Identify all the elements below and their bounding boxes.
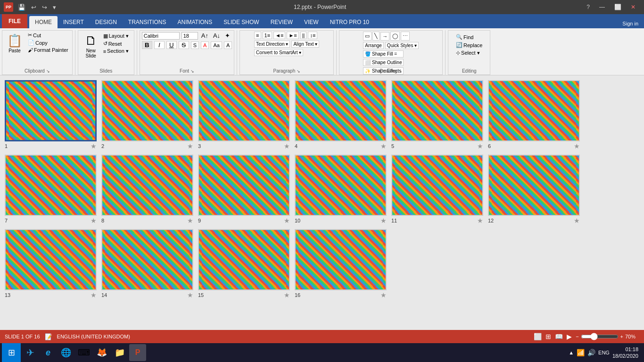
slide-thumb-7[interactable]: 🐦 ◁◁◁ ≡ ◁◁◁ ≡≡ 7◁ 🦆: [5, 155, 97, 216]
tab-design[interactable]: DESIGN: [90, 16, 123, 28]
slide-star-4[interactable]: ★: [380, 142, 387, 150]
reading-view-button[interactable]: 📖: [555, 333, 563, 340]
network-icon[interactable]: 📶: [577, 349, 585, 356]
slide-star-7[interactable]: ★: [91, 217, 97, 224]
font-color-button[interactable]: A: [201, 41, 209, 49]
quick-access-toolbar[interactable]: 💾 ↩ ↪ ▾: [16, 3, 58, 12]
slide-star-11[interactable]: ★: [477, 217, 483, 224]
replace-button[interactable]: 🔄 Replace: [454, 41, 484, 49]
tray-arrow[interactable]: ▲: [569, 350, 574, 355]
taskbar-powerpoint[interactable]: P: [129, 344, 146, 361]
paste-button[interactable]: 📋 Paste: [4, 32, 25, 55]
slide-item-10[interactable]: ⛓⛓⛓⛓⛓⛓⛓ 6 8 8 ■ 10 ★: [295, 155, 387, 224]
slide-thumb-13[interactable]: ↖ ٩ـ٩ـو 🌻🌻🌻🌻🌻🌻: [5, 229, 97, 290]
slide-item-3[interactable]: 🔴🔴🔴 🔴🔴🔴 8 8 ⚫⚫⚫ ⚫⚫⚫ 6 8 3 ★: [198, 80, 290, 150]
taskbar-firefox[interactable]: 🦊: [93, 344, 110, 361]
tab-review[interactable]: REVIEW: [265, 16, 298, 28]
decrease-font-button[interactable]: A↓: [212, 32, 222, 40]
slide-star-12[interactable]: ★: [574, 217, 580, 224]
rect-shape[interactable]: ▭: [363, 32, 372, 41]
columns-button[interactable]: ||: [300, 32, 307, 39]
tab-view[interactable]: VIEW: [298, 16, 324, 28]
quick-styles-button[interactable]: Quick Styles ▾: [385, 42, 419, 49]
bold-button[interactable]: B: [142, 41, 152, 49]
increase-indent-button[interactable]: ►≡: [287, 32, 298, 39]
slide-item-14[interactable]: ZZZZZZZ ▶▶▶▶▶▶▶▶▶ 🐇🐇 14 ★: [101, 229, 193, 299]
taskbar-ie[interactable]: e: [40, 344, 57, 361]
select-button[interactable]: ⊹ Select ▾: [454, 49, 482, 57]
slide-item-11[interactable]: 🌻🌻🌻🌻🌻🌻 ⭕⭕⭕⭕⭕⭕ Arabic text 🌼🌼🌼 🍄🍄🍄🍄: [391, 155, 483, 224]
find-button[interactable]: 🔍 Find: [454, 33, 475, 41]
file-tab[interactable]: FILE: [2, 14, 27, 28]
zoom-in-button[interactable]: +: [620, 334, 623, 339]
tab-slideshow[interactable]: SLIDE SHOW: [218, 16, 264, 28]
numbering-button[interactable]: 1≡: [263, 32, 272, 39]
slide-star-15[interactable]: ★: [284, 291, 290, 299]
slide-item-12[interactable]: 🐛🐛🟢🟢🟢🟢 🔵🔵🔵🔵🔵🔵🔵🔵 12 ★: [488, 155, 580, 224]
new-slide-button[interactable]: 🗋 NewSlide: [82, 32, 100, 60]
slide-thumb-1[interactable]: بسم الله الرحمن الرحيم ← 🐝🌸: [5, 80, 97, 141]
strikethrough-button[interactable]: S: [179, 41, 189, 49]
slide-item-6[interactable]: Arabic text → 5 < 7 /// /// 3 6 ★: [488, 80, 580, 150]
reset-button[interactable]: ↺ Reset: [101, 40, 131, 47]
volume-icon[interactable]: 🔊: [587, 349, 595, 356]
zoom-out-button[interactable]: −: [576, 334, 578, 339]
slide-item-16[interactable]: ٩ ٨ ٧ ٦ ٥ ٤ ٣ ٢ + +: [295, 229, 387, 299]
tab-home[interactable]: HOME: [29, 16, 58, 28]
slide-thumb-5[interactable]: [391, 80, 483, 141]
taskbar-telegram[interactable]: ✈: [22, 344, 39, 361]
clock[interactable]: 01:18 18/02/2020: [612, 346, 638, 360]
tab-animations[interactable]: ANIMATIONS: [172, 16, 218, 28]
customize-icon[interactable]: ▾: [51, 3, 58, 12]
bullets-button[interactable]: ≡: [254, 32, 261, 39]
section-button[interactable]: ≡ Section ▾: [101, 48, 131, 55]
slide-star-3[interactable]: ★: [284, 142, 290, 150]
slide-thumb-14[interactable]: ZZZZZZZ ▶▶▶▶▶▶▶▶▶ 🐇🐇: [101, 229, 193, 290]
slide-thumb-9[interactable]: 🐦🐦🐦 ▲▲ ≡≡ 4 < 7 ≡≡ ≡ ▲▲▲ 7 < 8 🍎🍎🍎: [198, 155, 290, 216]
slide-star-8[interactable]: ★: [187, 217, 193, 224]
format-painter-button[interactable]: 🖌 Format Painter: [26, 47, 70, 53]
more-shapes[interactable]: ⋯: [401, 32, 410, 41]
notes-icon[interactable]: 📝: [45, 333, 52, 340]
arrange-button[interactable]: Arrange: [363, 42, 384, 49]
language-indicator[interactable]: ENGLISH (UNITED KINGDOM): [57, 334, 130, 339]
taskbar-explorer[interactable]: 📁: [111, 344, 128, 361]
taskbar-keyboard[interactable]: ⌨: [75, 344, 92, 361]
tab-nitro[interactable]: NITRO PRO 10: [324, 16, 375, 28]
slide-thumb-2[interactable]: 🎭🎭🎭5 🎭🎭🎭5 🐦🌿 flowers 🌸 pattern: [101, 80, 193, 141]
slide-star-1[interactable]: ★: [91, 142, 97, 150]
tab-transitions[interactable]: TRANSITIONS: [123, 16, 172, 28]
undo-icon[interactable]: ↩: [29, 3, 38, 12]
slide-star-5[interactable]: ★: [477, 142, 483, 150]
save-icon[interactable]: 💾: [16, 3, 27, 12]
font-name-input[interactable]: [142, 32, 180, 40]
slide-show-button[interactable]: ▶: [567, 333, 572, 340]
underline-button[interactable]: U: [166, 41, 177, 49]
slide-item-7[interactable]: 🐦 ◁◁◁ ≡ ◁◁◁ ≡≡ 7◁ 🦆: [5, 155, 97, 224]
slide-thumb-10[interactable]: ⛓⛓⛓⛓⛓⛓⛓ 6 8 8 ■: [295, 155, 387, 216]
clear-format-button[interactable]: ✦: [223, 32, 231, 40]
help-button[interactable]: ?: [582, 4, 594, 10]
shape-fill-button[interactable]: 🪣 Shape Fill =: [363, 50, 404, 58]
text-direction-button[interactable]: Text Direction ▾: [254, 41, 290, 48]
copy-button[interactable]: 📄 Copy: [26, 39, 70, 46]
slide-star-14[interactable]: ★: [187, 291, 193, 299]
slide-star-16[interactable]: ★: [380, 291, 387, 299]
slide-thumb-12[interactable]: 🐛🐛🟢🟢🟢🟢 🔵🔵🔵🔵🔵🔵🔵🔵: [488, 155, 580, 216]
slide-item-15[interactable]: Arabic grid title: [198, 229, 290, 299]
arrow-shape[interactable]: →: [380, 32, 389, 41]
slide-thumb-4[interactable]: 🍎🍎🍎5 🍊🍊🍊7 🍇🍇🍇5 🌰🌰🌰6: [295, 80, 387, 141]
slide-star-9[interactable]: ★: [284, 217, 290, 224]
zoom-level[interactable]: 70%: [625, 334, 639, 339]
slide-star-13[interactable]: ★: [91, 291, 97, 299]
start-button[interactable]: ⊞: [2, 343, 21, 362]
close-button[interactable]: ✕: [626, 4, 640, 10]
italic-button[interactable]: I: [154, 41, 165, 49]
slide-item-1[interactable]: بسم الله الرحمن الرحيم ← 🐝🌸 1 ★: [5, 80, 97, 150]
redo-icon[interactable]: ↪: [40, 3, 49, 12]
align-text-button[interactable]: Align Text ▾: [291, 41, 319, 48]
window-controls[interactable]: ? — ⬜ ✕: [582, 4, 640, 10]
slide-sorter-button[interactable]: ⊞: [545, 333, 551, 340]
slide-grid[interactable]: بسم الله الرحمن الرحيم ← 🐝🌸 1 ★ 🎭🎭: [0, 75, 644, 330]
case-button[interactable]: Aa: [211, 41, 222, 49]
